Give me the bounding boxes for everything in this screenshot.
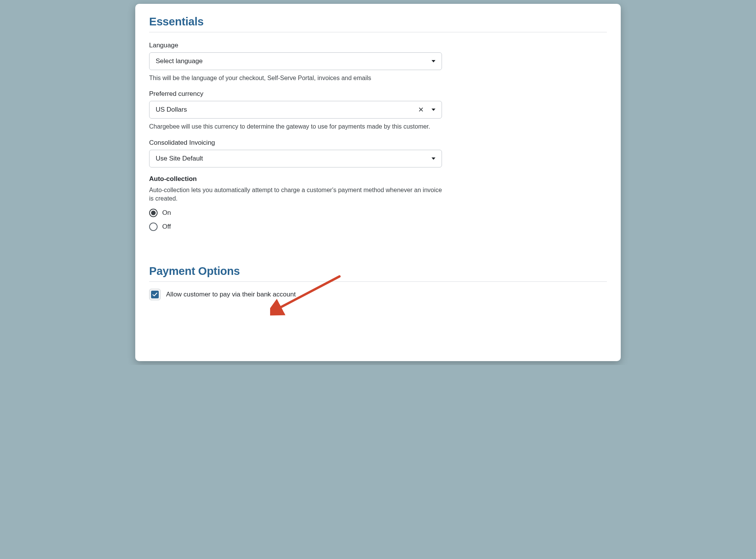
language-help: This will be the language of your checko… (149, 74, 442, 82)
currency-label: Preferred currency (149, 90, 442, 98)
language-group: Language Select language This will be th… (149, 42, 442, 82)
caret-down-icon (432, 157, 435, 160)
settings-panel: Essentials Language Select language This… (135, 4, 621, 361)
auto-collection-label: Auto-collection (149, 175, 442, 183)
radio-on[interactable] (149, 209, 158, 217)
language-select[interactable]: Select language (149, 52, 442, 70)
currency-select[interactable]: US Dollars ✕ (149, 101, 442, 119)
section-divider (149, 281, 607, 282)
payment-options-heading: Payment Options (149, 265, 607, 278)
radio-off-label: Off (162, 223, 171, 231)
bank-account-checkbox[interactable] (149, 289, 161, 300)
caret-down-icon (432, 109, 435, 111)
currency-group: Preferred currency US Dollars ✕ Chargebe… (149, 90, 442, 131)
consolidated-label: Consolidated Invoicing (149, 139, 442, 147)
language-select-value: Select language (156, 57, 428, 65)
section-divider (149, 32, 607, 32)
auto-collection-off-row[interactable]: Off (149, 223, 442, 231)
currency-help: Chargebee will use this currency to dete… (149, 122, 442, 131)
auto-collection-on-row[interactable]: On (149, 209, 442, 217)
currency-select-value: US Dollars (156, 106, 418, 114)
clear-icon[interactable]: ✕ (418, 106, 424, 113)
bank-account-label: Allow customer to pay via their bank acc… (166, 291, 296, 298)
essentials-heading: Essentials (149, 15, 607, 28)
auto-collection-help: Auto-collection lets you automatically a… (149, 186, 442, 203)
consolidated-select[interactable]: Use Site Default (149, 150, 442, 167)
caret-down-icon (432, 60, 435, 62)
radio-on-label: On (162, 209, 171, 217)
bank-account-checkbox-row[interactable]: Allow customer to pay via their bank acc… (149, 289, 607, 300)
language-label: Language (149, 42, 442, 49)
check-icon (152, 292, 158, 297)
consolidated-group: Consolidated Invoicing Use Site Default (149, 139, 442, 167)
radio-off[interactable] (149, 223, 158, 231)
auto-collection-group: Auto-collection Auto-collection lets you… (149, 175, 442, 231)
consolidated-select-value: Use Site Default (156, 155, 428, 162)
